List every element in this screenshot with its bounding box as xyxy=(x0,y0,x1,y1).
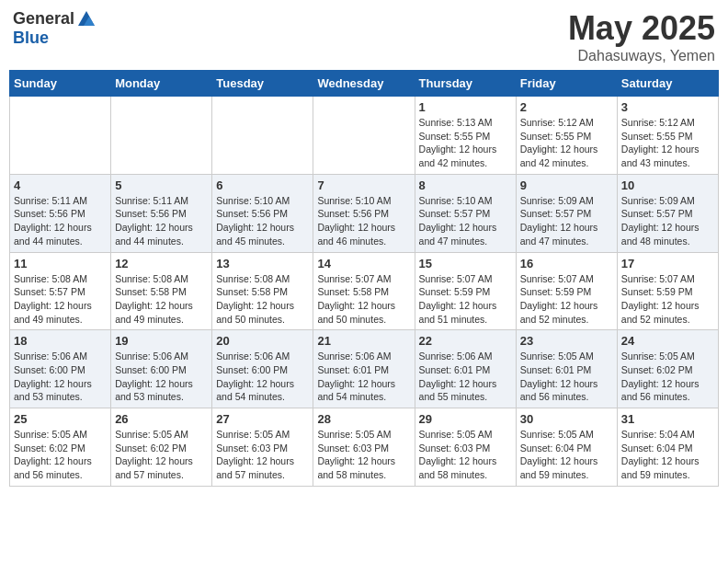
day-info: Sunrise: 5:12 AM Sunset: 5:55 PM Dayligh… xyxy=(621,116,714,170)
day-info: Sunrise: 5:09 AM Sunset: 5:57 PM Dayligh… xyxy=(621,194,714,248)
day-info: Sunrise: 5:06 AM Sunset: 6:00 PM Dayligh… xyxy=(14,350,107,404)
day-number: 6 xyxy=(216,178,309,192)
calendar-cell: 8Sunrise: 5:10 AM Sunset: 5:57 PM Daylig… xyxy=(415,174,516,252)
day-info: Sunrise: 5:06 AM Sunset: 6:00 PM Dayligh… xyxy=(115,350,208,404)
calendar-cell xyxy=(212,97,313,175)
calendar-cell: 14Sunrise: 5:07 AM Sunset: 5:58 PM Dayli… xyxy=(313,252,415,330)
day-number: 11 xyxy=(14,257,107,270)
day-info: Sunrise: 5:07 AM Sunset: 5:59 PM Dayligh… xyxy=(520,272,613,327)
calendar-cell xyxy=(111,97,212,175)
day-info: Sunrise: 5:13 AM Sunset: 5:55 PM Dayligh… xyxy=(419,116,512,170)
month-year: May 2025 xyxy=(568,9,715,48)
day-info: Sunrise: 5:08 AM Sunset: 5:58 PM Dayligh… xyxy=(115,272,208,327)
calendar-cell: 17Sunrise: 5:07 AM Sunset: 5:59 PM Dayli… xyxy=(617,252,718,330)
day-info: Sunrise: 5:05 AM Sunset: 6:01 PM Dayligh… xyxy=(520,350,613,404)
calendar-week-1: 1Sunrise: 5:13 AM Sunset: 5:55 PM Daylig… xyxy=(10,97,719,175)
weekday-header-thursday: Thursday xyxy=(415,71,516,97)
day-number: 13 xyxy=(216,257,309,270)
calendar-cell xyxy=(313,97,415,175)
day-info: Sunrise: 5:10 AM Sunset: 5:56 PM Dayligh… xyxy=(216,194,309,248)
day-number: 25 xyxy=(14,412,107,426)
day-number: 31 xyxy=(621,412,714,426)
day-info: Sunrise: 5:05 AM Sunset: 6:03 PM Dayligh… xyxy=(216,428,309,482)
calendar-cell: 25Sunrise: 5:05 AM Sunset: 6:02 PM Dayli… xyxy=(10,408,111,487)
day-number: 22 xyxy=(419,334,512,348)
day-number: 26 xyxy=(115,412,208,426)
logo: General Blue xyxy=(13,9,97,48)
day-info: Sunrise: 5:07 AM Sunset: 5:59 PM Dayligh… xyxy=(419,272,512,327)
calendar-cell: 1Sunrise: 5:13 AM Sunset: 5:55 PM Daylig… xyxy=(415,97,516,175)
day-number: 3 xyxy=(621,100,714,114)
day-number: 30 xyxy=(520,412,613,426)
calendar-cell: 10Sunrise: 5:09 AM Sunset: 5:57 PM Dayli… xyxy=(617,174,718,252)
calendar-cell: 15Sunrise: 5:07 AM Sunset: 5:59 PM Dayli… xyxy=(415,252,516,330)
location: Dahasuways, Yemen xyxy=(568,48,715,64)
calendar-week-4: 18Sunrise: 5:06 AM Sunset: 6:00 PM Dayli… xyxy=(10,330,719,408)
day-number: 23 xyxy=(520,334,613,348)
day-info: Sunrise: 5:05 AM Sunset: 6:04 PM Dayligh… xyxy=(520,428,613,482)
day-info: Sunrise: 5:07 AM Sunset: 5:59 PM Dayligh… xyxy=(621,272,714,327)
day-info: Sunrise: 5:04 AM Sunset: 6:04 PM Dayligh… xyxy=(621,428,714,482)
day-info: Sunrise: 5:06 AM Sunset: 6:01 PM Dayligh… xyxy=(419,350,512,404)
calendar-cell: 29Sunrise: 5:05 AM Sunset: 6:03 PM Dayli… xyxy=(415,408,516,487)
calendar-cell: 4Sunrise: 5:11 AM Sunset: 5:56 PM Daylig… xyxy=(10,174,111,252)
day-number: 24 xyxy=(621,334,714,348)
calendar-cell: 20Sunrise: 5:06 AM Sunset: 6:00 PM Dayli… xyxy=(212,330,313,408)
calendar-week-2: 4Sunrise: 5:11 AM Sunset: 5:56 PM Daylig… xyxy=(10,174,719,252)
day-number: 1 xyxy=(419,100,512,114)
weekday-header-sunday: Sunday xyxy=(10,71,111,97)
weekday-header-monday: Monday xyxy=(111,71,212,97)
title-section: May 2025 Dahasuways, Yemen xyxy=(568,9,715,64)
calendar-cell: 26Sunrise: 5:05 AM Sunset: 6:02 PM Dayli… xyxy=(111,408,212,487)
day-number: 10 xyxy=(621,178,714,192)
day-number: 19 xyxy=(115,334,208,348)
calendar-cell: 2Sunrise: 5:12 AM Sunset: 5:55 PM Daylig… xyxy=(516,97,617,175)
calendar-cell: 9Sunrise: 5:09 AM Sunset: 5:57 PM Daylig… xyxy=(516,174,617,252)
day-number: 15 xyxy=(419,257,512,270)
day-info: Sunrise: 5:05 AM Sunset: 6:03 PM Dayligh… xyxy=(317,428,410,482)
weekday-header-friday: Friday xyxy=(516,71,617,97)
weekday-header-tuesday: Tuesday xyxy=(212,71,313,97)
day-info: Sunrise: 5:09 AM Sunset: 5:57 PM Dayligh… xyxy=(520,194,613,248)
day-info: Sunrise: 5:05 AM Sunset: 6:02 PM Dayligh… xyxy=(115,428,208,482)
day-number: 9 xyxy=(520,178,613,192)
day-info: Sunrise: 5:08 AM Sunset: 5:58 PM Dayligh… xyxy=(216,272,309,327)
calendar-cell: 24Sunrise: 5:05 AM Sunset: 6:02 PM Dayli… xyxy=(617,330,718,408)
calendar-cell: 5Sunrise: 5:11 AM Sunset: 5:56 PM Daylig… xyxy=(111,174,212,252)
day-info: Sunrise: 5:10 AM Sunset: 5:57 PM Dayligh… xyxy=(419,194,512,248)
calendar-cell: 27Sunrise: 5:05 AM Sunset: 6:03 PM Dayli… xyxy=(212,408,313,487)
weekday-header-row: SundayMondayTuesdayWednesdayThursdayFrid… xyxy=(10,71,719,97)
day-number: 16 xyxy=(520,257,613,270)
day-info: Sunrise: 5:05 AM Sunset: 6:03 PM Dayligh… xyxy=(419,428,512,482)
logo-blue: Blue xyxy=(13,29,97,48)
calendar-cell: 19Sunrise: 5:06 AM Sunset: 6:00 PM Dayli… xyxy=(111,330,212,408)
day-number: 18 xyxy=(14,334,107,348)
calendar-cell: 21Sunrise: 5:06 AM Sunset: 6:01 PM Dayli… xyxy=(313,330,415,408)
day-number: 5 xyxy=(115,178,208,192)
calendar-cell: 6Sunrise: 5:10 AM Sunset: 5:56 PM Daylig… xyxy=(212,174,313,252)
day-number: 21 xyxy=(317,334,410,348)
calendar-cell: 16Sunrise: 5:07 AM Sunset: 5:59 PM Dayli… xyxy=(516,252,617,330)
calendar-cell: 31Sunrise: 5:04 AM Sunset: 6:04 PM Dayli… xyxy=(617,408,718,487)
calendar-cell: 13Sunrise: 5:08 AM Sunset: 5:58 PM Dayli… xyxy=(212,252,313,330)
day-number: 28 xyxy=(317,412,410,426)
calendar-cell: 23Sunrise: 5:05 AM Sunset: 6:01 PM Dayli… xyxy=(516,330,617,408)
calendar-cell: 12Sunrise: 5:08 AM Sunset: 5:58 PM Dayli… xyxy=(111,252,212,330)
day-number: 14 xyxy=(317,257,410,270)
day-number: 20 xyxy=(216,334,309,348)
day-number: 29 xyxy=(419,412,512,426)
calendar-cell: 7Sunrise: 5:10 AM Sunset: 5:56 PM Daylig… xyxy=(313,174,415,252)
day-number: 4 xyxy=(14,178,107,192)
calendar-table: SundayMondayTuesdayWednesdayThursdayFrid… xyxy=(9,70,719,487)
day-number: 17 xyxy=(621,257,714,270)
day-info: Sunrise: 5:05 AM Sunset: 6:02 PM Dayligh… xyxy=(621,350,714,404)
calendar-cell xyxy=(10,97,111,175)
calendar-cell: 28Sunrise: 5:05 AM Sunset: 6:03 PM Dayli… xyxy=(313,408,415,487)
calendar-week-5: 25Sunrise: 5:05 AM Sunset: 6:02 PM Dayli… xyxy=(10,408,719,487)
day-info: Sunrise: 5:11 AM Sunset: 5:56 PM Dayligh… xyxy=(115,194,208,248)
day-info: Sunrise: 5:08 AM Sunset: 5:57 PM Dayligh… xyxy=(14,272,107,327)
day-number: 8 xyxy=(419,178,512,192)
logo-general: General xyxy=(13,9,97,29)
calendar-cell: 3Sunrise: 5:12 AM Sunset: 5:55 PM Daylig… xyxy=(617,97,718,175)
logo-icon xyxy=(76,9,97,29)
